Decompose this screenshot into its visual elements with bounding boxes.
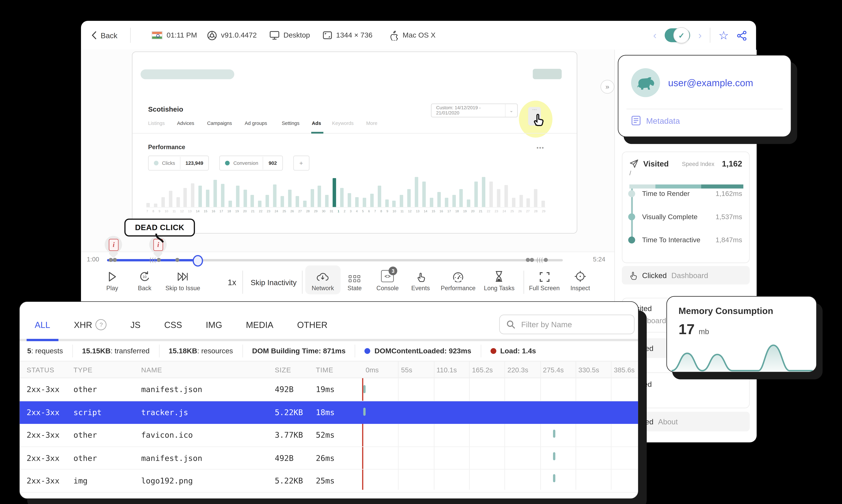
metric-chip-clicks[interactable]: Clicks 123,949 xyxy=(148,156,209,170)
metric-chip-conversion[interactable]: Conversion 902 xyxy=(219,156,283,170)
table-row[interactable]: 2xx-3xx img logo192.png 5.22KB 25ms xyxy=(20,469,638,492)
long-tasks-panel-button[interactable]: Long Tasks xyxy=(484,270,515,291)
skip-inactivity-button[interactable]: Skip Inactivity xyxy=(251,270,297,295)
site-nav-tab-active[interactable]: Ads xyxy=(312,120,321,126)
chart-axis-label: 26 xyxy=(518,210,522,213)
timing-segments xyxy=(629,184,743,188)
monitor-icon xyxy=(270,31,280,40)
chart-bar xyxy=(422,182,426,207)
chart-bar xyxy=(512,198,515,207)
back-button[interactable]: Back xyxy=(91,21,118,50)
site-chart-axis: 7891011121314151617181920212223242526272… xyxy=(146,210,545,213)
chart-bar xyxy=(221,184,225,207)
state-grid-icon xyxy=(347,270,362,282)
chart-bar xyxy=(191,183,195,207)
metadata-button[interactable]: Metadata xyxy=(631,116,680,125)
chart-bar xyxy=(183,188,187,207)
chart-bar xyxy=(526,198,530,207)
performance-panel-button[interactable]: Performance xyxy=(441,270,476,291)
play-button[interactable]: Play xyxy=(106,270,118,291)
chart-bar xyxy=(169,191,172,207)
issue-marker[interactable]: i xyxy=(105,236,122,259)
collapse-panel-icon[interactable]: » xyxy=(601,80,614,94)
back-10s-button[interactable]: 10 Back xyxy=(138,270,151,291)
timeline-track[interactable] xyxy=(107,259,563,262)
site-nav-tab[interactable]: Keywords xyxy=(332,120,354,126)
chart-axis-label: 27 xyxy=(526,210,530,213)
site-nav-tab[interactable]: Campaigns xyxy=(207,120,232,126)
player-top-bar: Back 01:11 PM v91.0.4472 D xyxy=(81,21,756,50)
console-panel-button[interactable]: <>3 Console xyxy=(376,270,399,291)
favorite-star-icon[interactable]: ☆ xyxy=(719,30,729,41)
timeline-current-time: 1:00 xyxy=(87,255,99,263)
add-metric-button[interactable]: + xyxy=(293,156,309,170)
next-session-button[interactable]: › xyxy=(698,30,702,40)
metric-chips: Clicks 123,949 Conversion 902 + xyxy=(148,156,309,170)
playback-speed-button[interactable]: 1x xyxy=(228,270,236,295)
tab-img[interactable]: IMG xyxy=(206,320,222,329)
apple-icon xyxy=(390,30,399,40)
chart-axis-label: 4 xyxy=(356,210,358,213)
site-nav-tab[interactable]: Settings xyxy=(282,120,300,126)
site-nav-tab[interactable]: More xyxy=(366,120,377,126)
chart-axis-label: 11 xyxy=(400,210,404,213)
timeline-end-time: 5:24 xyxy=(593,255,605,263)
chart-bar xyxy=(176,197,180,207)
chart-axis-label: 18 xyxy=(227,210,231,213)
chart-bar xyxy=(214,180,217,207)
user-email[interactable]: user@example.com xyxy=(668,77,753,88)
visited-event-card[interactable]: Visited Speed Index 1,162 / Time to Rend… xyxy=(622,151,750,263)
playhead-handle[interactable] xyxy=(193,255,203,267)
network-panel-button[interactable]: Network xyxy=(305,266,340,294)
chart-axis-label: 19 xyxy=(235,210,239,213)
filter-input[interactable] xyxy=(520,320,634,329)
event-row-visited[interactable]: Visited xyxy=(622,372,750,408)
india-flag-icon xyxy=(151,31,162,39)
table-row[interactable]: 2xx-3xx other manifest.json 492B 26ms xyxy=(20,447,638,470)
events-panel-button[interactable]: Events xyxy=(411,270,430,291)
tab-js[interactable]: JS xyxy=(130,320,140,329)
divider xyxy=(626,109,783,109)
help-icon[interactable]: ? xyxy=(96,319,107,330)
table-row-selected[interactable]: 2xx-3xx script tracker.js 5.22KB 18ms xyxy=(20,401,638,424)
date-range-picker[interactable]: Custom: 14/12/2019 - 21/01/2020 ⌄ xyxy=(431,104,518,117)
site-title: Scotisheio xyxy=(148,105,183,113)
full-screen-button[interactable]: Full Screen xyxy=(529,270,560,291)
tab-media[interactable]: MEDIA xyxy=(246,320,273,329)
chart-bar xyxy=(445,198,448,207)
site-nav-tab[interactable]: Advices xyxy=(177,120,194,126)
tab-other[interactable]: OTHER xyxy=(297,320,327,329)
event-row-clicked-about[interactable]: Clicked About xyxy=(622,412,750,431)
chart-bar xyxy=(385,199,389,207)
chart-bar xyxy=(482,177,485,207)
table-row[interactable]: 2xx-3xx other favicon.ico 3.77KB 52ms xyxy=(20,424,638,447)
chart-axis-label: 22 xyxy=(259,210,262,213)
table-row[interactable]: 2xx-3xx other manifest.json 492B 19ms xyxy=(20,378,638,401)
navigate-icon xyxy=(629,159,639,168)
tab-css[interactable]: CSS xyxy=(164,320,182,329)
chart-bar xyxy=(392,201,396,207)
chart-bar xyxy=(519,195,523,207)
more-options-icon[interactable]: ••• xyxy=(537,145,544,151)
screen: Back 01:11 PM v91.0.4472 D xyxy=(0,0,842,504)
chart-bar xyxy=(407,189,411,207)
metric-dot xyxy=(628,190,635,197)
prev-session-button[interactable]: ‹ xyxy=(653,30,657,40)
request-rows: 2xx-3xx other manifest.json 492B 19ms 2x… xyxy=(20,378,638,492)
chart-bar xyxy=(258,201,262,207)
event-row-clicked-dashboard[interactable]: Clicked Dashboard xyxy=(622,266,750,285)
skip-to-issue-button[interactable]: Skip to Issue xyxy=(165,270,200,291)
share-icon[interactable] xyxy=(737,30,747,40)
chart-axis-label: 21 xyxy=(479,210,482,213)
chart-axis-label: 14 xyxy=(424,210,427,213)
tab-all[interactable]: ALL xyxy=(35,320,50,329)
tab-xhr[interactable]: XHR? xyxy=(74,319,107,330)
inspect-button[interactable]: Inspect xyxy=(570,270,590,291)
chart-axis-label: 9 xyxy=(387,210,388,213)
site-nav-tab[interactable]: Ad groups xyxy=(245,120,267,126)
site-nav-tab[interactable]: Listings xyxy=(148,120,165,126)
autoplay-toggle[interactable]: ✓ xyxy=(665,28,690,42)
events-hand-icon xyxy=(411,270,430,282)
state-panel-button[interactable]: State xyxy=(347,270,362,291)
chart-bar xyxy=(251,195,254,207)
